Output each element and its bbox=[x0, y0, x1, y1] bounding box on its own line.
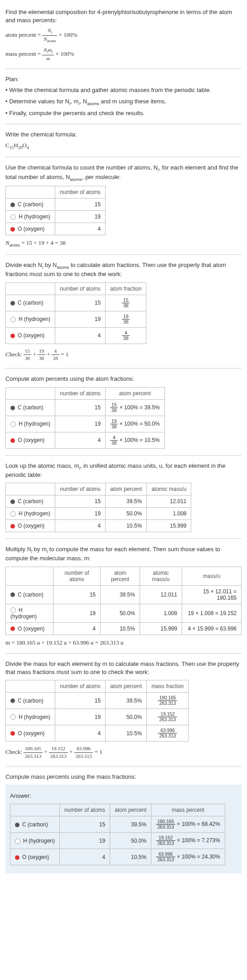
tail: × 100% bbox=[57, 32, 77, 39]
mass-percent-eq: mass percent = Nimim × 100% bbox=[5, 47, 242, 62]
n: 15 bbox=[24, 348, 31, 355]
t: × 100% = 39.5% bbox=[118, 404, 160, 410]
atom-percent-eq: atom percent = NiNatoms × 100% bbox=[5, 27, 242, 44]
count-heading: Use the chemical formula to count the nu… bbox=[5, 164, 242, 182]
n: 19 bbox=[53, 604, 100, 622]
hydrogen-dot-icon bbox=[10, 317, 16, 322]
fd: 38 bbox=[122, 320, 130, 325]
table-row: C (carbon)1539.5%12.011 bbox=[6, 495, 191, 508]
c1: number of atoms bbox=[55, 680, 106, 693]
t: × 100% = 24.30% bbox=[175, 854, 220, 860]
oxygen-dot-icon bbox=[15, 855, 19, 860]
p: + bbox=[68, 748, 74, 755]
p: 39.5% bbox=[110, 816, 151, 833]
el: C (carbon) bbox=[18, 300, 44, 306]
carbon-dot-icon bbox=[10, 406, 15, 410]
c: Check: bbox=[5, 351, 24, 358]
d: 38 bbox=[38, 355, 45, 362]
fd: 263.313 bbox=[156, 857, 175, 862]
t4: and m using these items. bbox=[99, 98, 166, 105]
n: 63.996 bbox=[74, 745, 93, 752]
m: 12.011 bbox=[147, 495, 191, 508]
p: 50.0% bbox=[106, 709, 147, 725]
fn: 19 bbox=[122, 314, 130, 320]
table-row: C (carbon)1539.5%180.165263.313 bbox=[6, 693, 189, 709]
c2: atom percent bbox=[106, 387, 165, 399]
hydrogen-dot-icon bbox=[10, 422, 16, 427]
s2: 20 bbox=[18, 145, 23, 150]
oxygen-dot-icon bbox=[10, 334, 15, 338]
c2: atom percent bbox=[106, 483, 147, 495]
el: C (carbon) bbox=[18, 592, 44, 598]
table-row: C (carbon)1539.5%12.01115 × 12.011 = 180… bbox=[6, 585, 242, 604]
el: H (hydrogen) bbox=[19, 714, 50, 720]
el: O (oxygen) bbox=[18, 730, 44, 737]
table-row: H (hydrogen)19 bbox=[6, 210, 106, 223]
table-row: H (hydrogen)1950.0%1.008 bbox=[6, 508, 191, 520]
n: 4 bbox=[52, 348, 59, 355]
amass-table: number of atomsatom percentatomic mass/u… bbox=[5, 483, 191, 532]
el: H (hydrogen) bbox=[19, 213, 50, 220]
fn: 4 bbox=[110, 435, 118, 441]
answer-box: Answer: number of atomsatom percentmass … bbox=[5, 785, 242, 873]
h: H bbox=[14, 142, 18, 149]
n: 19 bbox=[55, 508, 106, 520]
a: atoms bbox=[70, 176, 82, 181]
el: C (carbon) bbox=[22, 821, 48, 828]
el: O (oxygen) bbox=[18, 226, 44, 232]
fn: 180.165 bbox=[158, 695, 177, 701]
n: 19 bbox=[55, 210, 106, 223]
col1: number of atoms bbox=[55, 186, 106, 198]
fd: 38 bbox=[122, 303, 130, 308]
afrac-check: Check: 1538 + 1938 + 438 = 1 bbox=[5, 348, 242, 362]
p: 39.5% bbox=[106, 495, 147, 508]
table-row: O (oxygen)4438 bbox=[6, 327, 146, 344]
hydrogen-dot-icon bbox=[15, 839, 20, 844]
m: 1.008 bbox=[140, 604, 182, 622]
n: N bbox=[44, 47, 47, 53]
n: 4 bbox=[53, 622, 100, 635]
c1: number of atoms bbox=[55, 483, 106, 495]
n: 19 bbox=[55, 709, 106, 725]
e: = 15 + 19 + 4 = 38 bbox=[20, 239, 66, 246]
s1: 15 bbox=[10, 145, 14, 150]
el: O (oxygen) bbox=[18, 523, 44, 529]
plan-b2: • Determine values for Ni, mi, Natoms an… bbox=[5, 97, 242, 107]
n: 4 bbox=[60, 849, 110, 865]
p: 10.5% bbox=[106, 725, 147, 742]
fn: 63.996 bbox=[158, 728, 177, 733]
m: 15.999 bbox=[140, 622, 182, 635]
hydrogen-dot-icon bbox=[10, 714, 16, 720]
n: 4 bbox=[55, 432, 106, 448]
oxygen-dot-icon bbox=[10, 438, 15, 443]
plan-b1: • Write the chemical formula and gather … bbox=[5, 86, 242, 94]
d: 263.313 bbox=[49, 753, 68, 760]
p: 10.5% bbox=[110, 849, 151, 865]
t: Use the chemical formula to count the nu… bbox=[5, 164, 158, 171]
oxygen-dot-icon bbox=[10, 227, 15, 232]
c1: number of atoms bbox=[53, 567, 100, 585]
carbon-dot-icon bbox=[15, 823, 19, 827]
c1: number of atoms bbox=[55, 387, 106, 399]
n: 15 bbox=[55, 495, 106, 508]
hydrogen-dot-icon bbox=[10, 214, 16, 220]
el: H (hydrogen) bbox=[23, 838, 55, 844]
table-row: C (carbon)15 bbox=[6, 198, 106, 210]
o: O bbox=[23, 142, 27, 149]
d: N bbox=[44, 36, 47, 42]
mfrac-table: number of atomsatom percentmass fraction… bbox=[5, 680, 189, 742]
table-row: O (oxygen)410.5%63.996263.313 bbox=[6, 725, 189, 742]
intro-text: Find the elemental composition for 4-pre… bbox=[5, 8, 242, 24]
n: 19.152 bbox=[49, 745, 68, 752]
c3: atomic mass/u bbox=[140, 567, 182, 585]
oxygen-dot-icon bbox=[10, 731, 15, 736]
fn: 19 bbox=[110, 419, 118, 424]
fd: 263.313 bbox=[156, 825, 175, 830]
m: 1.008 bbox=[147, 508, 191, 520]
fd: 263.313 bbox=[158, 701, 177, 706]
c3: atomic mass/u bbox=[147, 483, 191, 495]
table-row: C (carbon)151538 × 100% = 39.5% bbox=[6, 399, 165, 416]
t3: , per molecule: bbox=[82, 174, 121, 180]
p: + bbox=[43, 748, 49, 755]
n: 4 bbox=[55, 223, 106, 235]
